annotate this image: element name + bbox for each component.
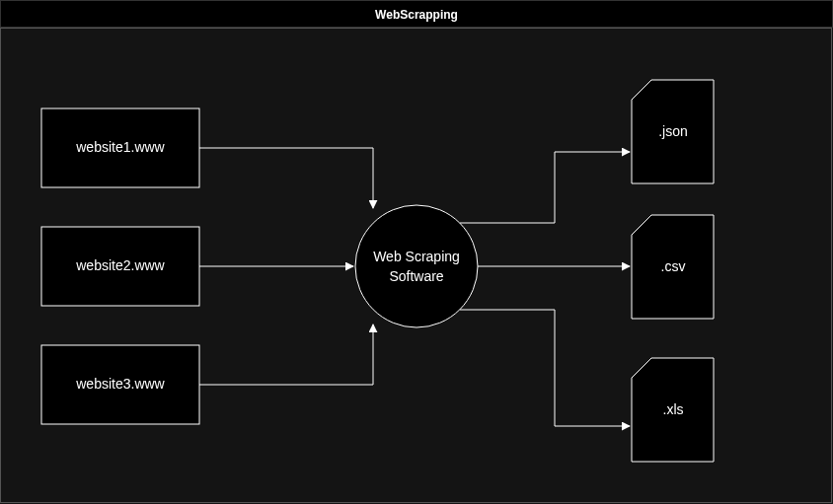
input-website3: website3.www bbox=[41, 345, 199, 424]
input-website2-label: website2.www bbox=[75, 257, 165, 273]
input-website3-label: website3.www bbox=[75, 376, 165, 392]
diagram-title: WebScrapping bbox=[0, 0, 833, 28]
output-json: .json bbox=[632, 80, 714, 183]
output-csv-label: .csv bbox=[661, 258, 686, 274]
scraper-label-line2: Software bbox=[389, 268, 443, 284]
diagram-canvas: website1.www website2.www website3.www W… bbox=[0, 28, 833, 504]
output-csv: .csv bbox=[632, 215, 714, 319]
edge-site3-to-center bbox=[199, 324, 373, 385]
edge-site1-to-center bbox=[199, 148, 373, 208]
edge-center-to-json bbox=[460, 152, 630, 223]
output-xls-label: .xls bbox=[663, 401, 684, 417]
output-json-label: .json bbox=[658, 123, 688, 139]
svg-point-3 bbox=[355, 205, 478, 327]
scraper-label-line1: Web Scraping bbox=[373, 249, 460, 264]
edge-center-to-xls bbox=[460, 310, 630, 426]
input-website2: website2.www bbox=[41, 227, 199, 306]
input-website1: website1.www bbox=[41, 108, 199, 187]
output-xls: .xls bbox=[632, 358, 714, 462]
input-website1-label: website1.www bbox=[75, 139, 165, 155]
scraper-software: Web Scraping Software bbox=[355, 205, 478, 327]
